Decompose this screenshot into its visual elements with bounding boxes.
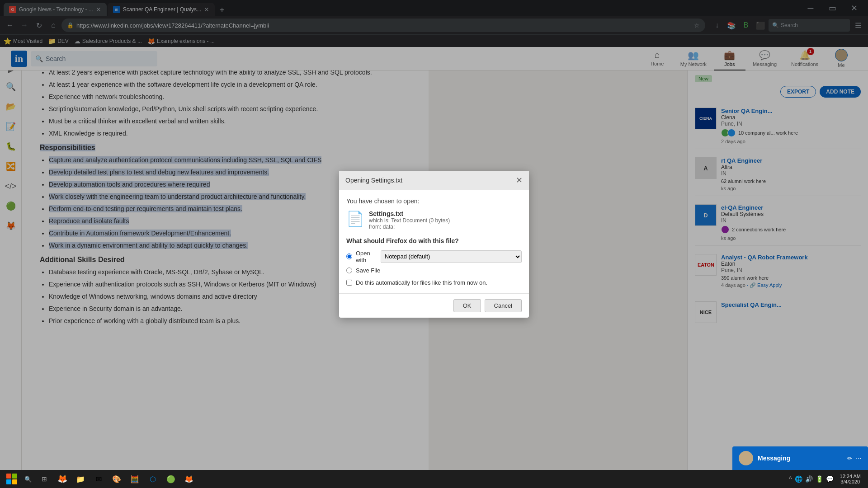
taskbar-files[interactable]: 📁 — [72, 471, 89, 487]
messaging-edit-icon[interactable]: ✏ — [847, 455, 852, 462]
file-type: which is: Text Document (0 bytes) — [369, 217, 450, 224]
taskbar-paint[interactable]: 🎨 — [108, 471, 125, 487]
clock-time: 12:24 AM — [840, 474, 861, 479]
messaging-actions: ✏ ⋯ — [847, 455, 862, 462]
taskbar-mail[interactable]: ✉ — [90, 471, 107, 487]
win-sq-4 — [12, 479, 17, 484]
taskbar: 🔍 ⊞ 🦊 📁 ✉ 🎨 🧮 ⬡ 🟢 🦊 ^ 🌐 🔊 🔋 💬 12:24 AM 3… — [0, 470, 868, 488]
save-file-label: Save File — [356, 267, 380, 274]
windows-logo — [5, 472, 19, 486]
taskbar-chrome[interactable]: 🟢 — [163, 471, 179, 487]
messaging-popup[interactable]: Messaging ✏ ⋯ — [732, 446, 868, 470]
file-from: from: data: — [369, 224, 450, 230]
dialog-close-button[interactable]: ✕ — [516, 175, 523, 185]
taskbar-calc[interactable]: 🧮 — [127, 471, 143, 487]
win-sq-2 — [12, 474, 17, 479]
auto-checkbox-option[interactable]: Do this automatically for files like thi… — [346, 279, 522, 286]
file-details: Settings.txt which is: Text Document (0 … — [369, 210, 450, 230]
dialog-footer: OK Cancel — [339, 293, 529, 318]
start-button[interactable] — [4, 471, 20, 487]
win-sq-1 — [6, 474, 11, 479]
messaging-avatar — [739, 451, 753, 465]
dialog-header: Opening Settings.txt ✕ — [339, 171, 529, 190]
ok-button[interactable]: OK — [453, 299, 481, 312]
cancel-button[interactable]: Cancel — [485, 299, 522, 312]
taskbar-tray: ^ 🌐 🔊 🔋 💬 12:24 AM 3/4/2020 — [789, 474, 864, 484]
auto-checkbox[interactable] — [346, 280, 352, 286]
clock-date: 3/4/2020 — [840, 479, 861, 484]
app-select[interactable]: Notepad (default) — [381, 250, 522, 263]
open-with-label: Open with — [356, 250, 377, 263]
taskbar-firefox[interactable]: 🦊 — [54, 471, 71, 487]
messaging-more-icon[interactable]: ⋯ — [856, 455, 862, 462]
win-sq-3 — [6, 479, 11, 484]
tray-network[interactable]: 🌐 — [795, 475, 802, 483]
taskbar-vscode[interactable]: ⬡ — [145, 471, 161, 487]
dialog-title: Opening Settings.txt — [345, 177, 402, 184]
taskbar-apps-button[interactable]: ⊞ — [36, 471, 52, 487]
dialog-chosen-text: You have chosen to open: — [346, 197, 522, 205]
dialog-file-info: 📄 Settings.txt which is: Text Document (… — [346, 210, 522, 230]
save-file-radio[interactable] — [346, 267, 352, 273]
dialog-question: What should Firefox do with this file? — [346, 237, 522, 244]
auto-checkbox-label: Do this automatically for files like thi… — [356, 279, 487, 286]
save-file-option[interactable]: Save File — [346, 267, 522, 274]
open-with-option[interactable]: Open with Notepad (default) — [346, 250, 522, 263]
dialog-body: You have chosen to open: 📄 Settings.txt … — [339, 190, 529, 293]
dialog-overlay: Opening Settings.txt ✕ You have chosen t… — [0, 0, 868, 488]
tray-notification[interactable]: 💬 — [826, 475, 834, 483]
open-with-radio[interactable] — [346, 253, 352, 259]
messaging-label: Messaging — [758, 455, 790, 462]
tray-chevron[interactable]: ^ — [789, 475, 792, 483]
file-name: Settings.txt — [369, 210, 450, 217]
tray-volume[interactable]: 🔊 — [805, 475, 813, 483]
file-dialog: Opening Settings.txt ✕ You have chosen t… — [339, 171, 529, 318]
taskbar-clock[interactable]: 12:24 AM 3/4/2020 — [836, 474, 864, 484]
taskbar-firefox2[interactable]: 🦊 — [181, 471, 197, 487]
file-icon: 📄 — [346, 210, 364, 227]
taskbar-search-button[interactable]: 🔍 — [22, 473, 34, 485]
tray-battery[interactable]: 🔋 — [816, 475, 823, 483]
